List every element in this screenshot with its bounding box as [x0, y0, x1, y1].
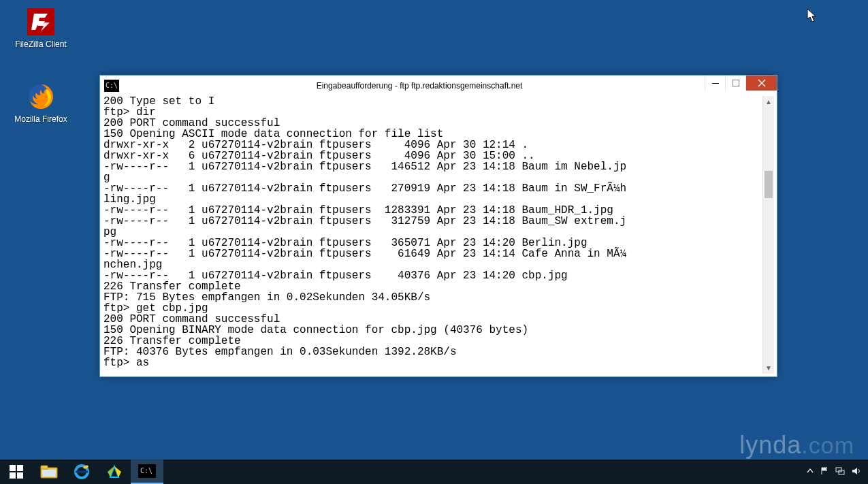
tray-flag-icon[interactable] — [820, 467, 829, 477]
cmd-window: C:\ Eingabeaufforderung - ftp ftp.redakt… — [99, 75, 777, 377]
svg-rect-2 — [733, 80, 739, 86]
tray-volume-icon[interactable] — [852, 467, 861, 477]
watermark-brand: lynda — [739, 431, 801, 459]
desktop-icon-label: FileZilla Client — [7, 39, 75, 49]
minimize-button[interactable] — [705, 76, 725, 91]
watermark-suffix: .com — [801, 432, 854, 458]
taskbar-cmd[interactable]: C:\ — [131, 459, 163, 484]
svg-rect-3 — [10, 465, 16, 471]
mouse-cursor — [807, 8, 818, 23]
svg-rect-9 — [42, 470, 56, 477]
taskbar-store[interactable] — [98, 459, 131, 484]
tray-network-icon[interactable] — [835, 467, 845, 477]
window-title: Eingabeaufforderung - ftp ftp.redaktions… — [123, 81, 777, 91]
scrollbar-vertical[interactable]: ▲ ▼ — [762, 96, 774, 374]
svg-rect-6 — [17, 472, 23, 479]
svg-rect-8 — [41, 466, 48, 469]
scroll-down-button[interactable]: ▼ — [763, 362, 774, 374]
tray-up-icon[interactable] — [807, 468, 814, 476]
filezilla-icon — [25, 5, 57, 38]
watermark: lynda.com — [739, 431, 854, 459]
desktop-icon-filezilla[interactable]: FileZilla Client — [7, 5, 75, 49]
scroll-up-button[interactable]: ▲ — [763, 96, 774, 108]
svg-rect-4 — [17, 465, 23, 471]
desktop-icon-label: Mozilla Firefox — [7, 114, 75, 124]
taskbar: C:\ — [0, 459, 868, 484]
cmd-sysmenu-icon[interactable]: C:\ — [104, 80, 119, 92]
taskbar-ie[interactable] — [65, 459, 98, 484]
desktop-icon-firefox[interactable]: Mozilla Firefox — [7, 80, 75, 124]
titlebar[interactable]: C:\ Eingabeaufforderung - ftp ftp.redakt… — [100, 76, 777, 96]
close-button[interactable] — [745, 76, 777, 91]
svg-rect-1 — [712, 83, 719, 84]
svg-rect-5 — [10, 472, 16, 479]
taskbar-explorer[interactable] — [33, 459, 65, 484]
scroll-thumb[interactable] — [765, 171, 773, 198]
firefox-icon — [25, 80, 57, 113]
maximize-button[interactable] — [725, 76, 745, 91]
start-button[interactable] — [0, 459, 33, 484]
system-tray — [800, 459, 868, 484]
terminal-output[interactable]: 200 Type set to I ftp> dir 200 PORT comm… — [103, 96, 762, 374]
desktop[interactable]: FileZilla Client Mozilla Firefox C:\ Ein… — [0, 0, 868, 484]
svg-text:C:\: C:\ — [140, 467, 152, 474]
